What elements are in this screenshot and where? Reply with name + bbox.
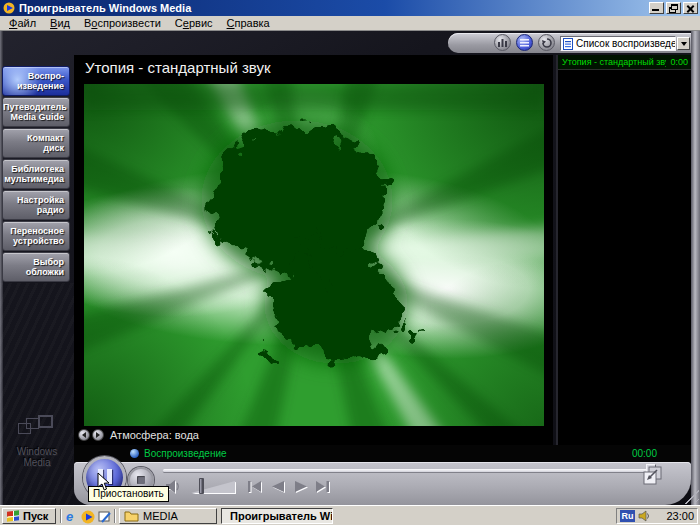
playlist-item-duration: 0:00 bbox=[670, 57, 688, 67]
taskbar: Пуск e MEDIA Проигрыватель Win... Ru bbox=[0, 505, 700, 525]
quick-launch-ie[interactable]: e bbox=[66, 509, 73, 524]
start-label: Пуск bbox=[23, 510, 48, 522]
next-icon bbox=[96, 432, 100, 438]
playlist-row[interactable]: Утопия - стандартный звук 0:00 bbox=[558, 55, 691, 70]
sidebar-item-cd-audio[interactable]: Компакт диск bbox=[2, 128, 70, 158]
folder-icon bbox=[124, 510, 139, 522]
menu-play[interactable]: Воспроизвести bbox=[77, 16, 168, 31]
wm-logo-text1: Windows bbox=[17, 446, 58, 457]
next-track-button[interactable] bbox=[313, 478, 333, 495]
taskbar-clock[interactable]: 23:00 bbox=[666, 510, 694, 522]
system-tray: Ru 23:00 bbox=[616, 508, 698, 524]
ie-icon: e bbox=[66, 509, 73, 524]
sidebar-label: Media Guide bbox=[3, 112, 64, 122]
previous-icon bbox=[248, 481, 262, 493]
wm-logo-square bbox=[38, 415, 53, 428]
minimize-icon bbox=[652, 9, 659, 11]
menu-view[interactable]: Вид bbox=[43, 16, 77, 31]
sidebar-item-now-playing[interactable]: Воспро- изведение bbox=[2, 66, 70, 96]
seek-bar[interactable] bbox=[163, 469, 650, 472]
prev-icon bbox=[82, 432, 86, 438]
rewind-button[interactable] bbox=[268, 478, 288, 495]
playlist-doc-icon bbox=[563, 38, 573, 50]
sidebar-label: изведение bbox=[3, 81, 64, 91]
wm-logo-text2: Media bbox=[23, 457, 50, 468]
task-button-media[interactable]: MEDIA bbox=[119, 508, 217, 524]
sidebar-item-portable-device[interactable]: Переносное устройство bbox=[2, 221, 70, 251]
close-button[interactable] bbox=[683, 2, 698, 14]
playlist-select-arrow[interactable] bbox=[677, 37, 690, 50]
fast-forward-icon bbox=[295, 481, 308, 493]
application-window: Проигрыватель Windows Media Файл Вид Вос… bbox=[0, 0, 700, 525]
sidebar-item-media-library[interactable]: Библиотека мультимедиа bbox=[2, 159, 70, 189]
wmp-icon bbox=[82, 511, 95, 524]
volume-handle-highlight bbox=[200, 479, 202, 493]
status-text: Воспроизведение bbox=[144, 448, 227, 459]
chevron-down-icon bbox=[681, 42, 687, 46]
sidebar-item-skin-chooser[interactable]: Выбор обложки bbox=[2, 252, 70, 282]
restore-button[interactable] bbox=[666, 2, 681, 14]
video-title: Утопия - стандартный звук bbox=[85, 59, 271, 76]
sidebar-label: Выбор bbox=[3, 257, 64, 267]
sidebar-label: Переносное bbox=[3, 226, 64, 236]
menu-help[interactable]: Справка bbox=[220, 16, 277, 31]
playlist-panel: Утопия - стандартный звук 0:00 bbox=[556, 55, 691, 445]
visualization bbox=[84, 84, 544, 426]
pause-icon bbox=[98, 469, 112, 484]
skin-mode-icon bbox=[644, 467, 661, 484]
prev-visualization-button[interactable] bbox=[78, 429, 90, 441]
elapsed-time: 00:00 bbox=[632, 448, 657, 459]
taskbar-divider bbox=[60, 509, 62, 523]
show-equalizer-button[interactable] bbox=[494, 34, 511, 51]
wmp-app-icon bbox=[3, 2, 15, 14]
taskbar-divider bbox=[114, 509, 116, 523]
quick-launch-show-desktop[interactable] bbox=[98, 510, 112, 524]
quick-launch-wmp[interactable] bbox=[81, 510, 95, 524]
window-titlebar: Проигрыватель Windows Media bbox=[0, 0, 700, 16]
menu-tools[interactable]: Сервис bbox=[168, 16, 220, 31]
sidebar-item-media-guide[interactable]: Путеводитель Media Guide bbox=[2, 97, 70, 127]
start-button[interactable]: Пуск bbox=[2, 508, 56, 524]
status-bar: Воспроизведение 00:00 bbox=[74, 445, 691, 462]
windows-logo-icon bbox=[7, 510, 19, 521]
sidebar-label: Воспро- bbox=[3, 71, 64, 81]
status-orb-icon bbox=[130, 449, 139, 458]
skin-texture bbox=[0, 283, 74, 505]
rewind-icon bbox=[272, 481, 285, 493]
sidebar-label: радио bbox=[3, 205, 64, 215]
stop-icon bbox=[137, 476, 145, 484]
next-icon bbox=[316, 481, 330, 493]
task-label: Проигрыватель Win... bbox=[230, 510, 333, 522]
video-panel: Утопия - стандартный звук bbox=[74, 55, 553, 445]
minimize-button[interactable] bbox=[649, 2, 664, 14]
skin-chooser-button[interactable] bbox=[538, 34, 555, 51]
sidebar-label: Библиотека bbox=[3, 164, 64, 174]
sidebar-label: диск bbox=[3, 143, 64, 153]
fast-forward-button[interactable] bbox=[291, 478, 311, 495]
sidebar-label: Настройка bbox=[3, 195, 64, 205]
restore-icon-front bbox=[671, 4, 678, 10]
menu-file[interactable]: Файл bbox=[2, 16, 43, 31]
skin-swirl-icon bbox=[542, 38, 552, 48]
sidebar-label: устройство bbox=[3, 236, 64, 246]
show-desktop-icon bbox=[99, 512, 110, 522]
tray-volume-icon[interactable] bbox=[638, 510, 651, 522]
show-playlist-button[interactable] bbox=[516, 34, 533, 51]
sidebar-label: Путеводитель bbox=[3, 102, 64, 112]
switch-to-skin-mode-button[interactable] bbox=[641, 465, 665, 489]
sidebar-label: мультимедиа bbox=[3, 174, 64, 184]
task-button-wmp[interactable]: Проигрыватель Win... bbox=[221, 508, 333, 524]
sidebar-item-radio-tuner[interactable]: Настройка радио bbox=[2, 190, 70, 220]
window-title: Проигрыватель Windows Media bbox=[19, 2, 191, 14]
menubar: Файл Вид Воспроизвести Сервис Справка bbox=[0, 16, 700, 31]
language-indicator[interactable]: Ru bbox=[620, 510, 635, 522]
prev-track-button[interactable] bbox=[245, 478, 265, 495]
skin-right-frame bbox=[691, 31, 700, 505]
playlist-select-value: Список воспроизведения2 bbox=[576, 38, 675, 49]
pause-tooltip: Приостановить bbox=[88, 486, 169, 502]
next-visualization-button[interactable] bbox=[92, 429, 104, 441]
playlist-select[interactable]: Список воспроизведения2 bbox=[560, 36, 676, 51]
volume-slider[interactable] bbox=[188, 477, 238, 495]
volume-wedge-face bbox=[191, 481, 235, 493]
task-label: MEDIA bbox=[143, 510, 178, 522]
